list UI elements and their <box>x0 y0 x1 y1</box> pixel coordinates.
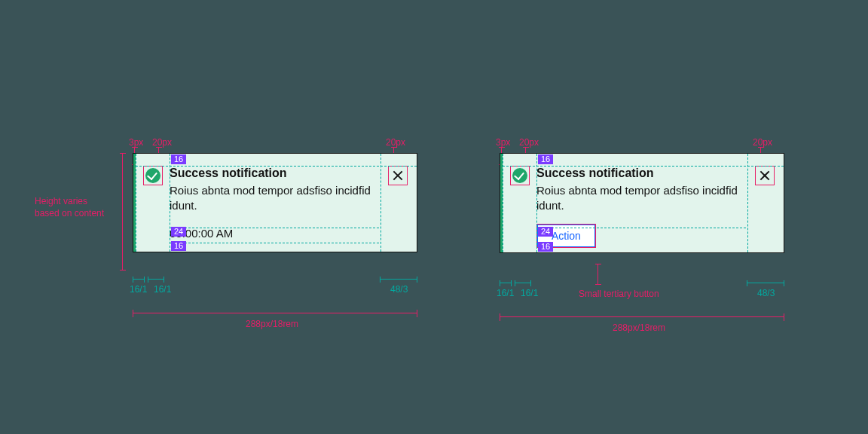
spacing-chip-mid: 24 <box>538 227 553 237</box>
annotation-width: 288px/18rem <box>613 322 665 333</box>
annotation-pad-accent: 16/1 <box>497 288 514 298</box>
close-spec-box <box>388 166 408 185</box>
guide-v3 <box>381 154 381 252</box>
guide-h-top <box>136 166 417 167</box>
guide-v1 <box>503 154 503 252</box>
content-column: Success notification Roius abnta mod tem… <box>170 154 379 252</box>
guide-v2 <box>536 154 537 252</box>
spacing-chip-bottom: 16 <box>171 241 186 251</box>
close-icon[interactable] <box>390 168 405 183</box>
annotation-close-size: 20px <box>386 137 405 148</box>
icon-column <box>136 154 170 252</box>
annotation-width: 288px/18rem <box>246 319 298 329</box>
icon-spec-box <box>510 166 530 185</box>
spacing-chip-bottom: 16 <box>538 242 553 252</box>
icon-spec-box <box>143 166 163 185</box>
close-column <box>746 154 784 252</box>
check-circle-icon <box>145 168 160 183</box>
measure-close <box>747 283 784 283</box>
leader-tertiary <box>598 264 598 285</box>
guide-h-mid <box>536 228 746 228</box>
notification-description: Roius abnta mod tempor adsfiso incidfid … <box>536 183 746 214</box>
annotation-pad-close: 48/3 <box>757 288 775 298</box>
measure-accent <box>500 283 512 283</box>
annotation-pad-icon: 16/1 <box>154 284 171 295</box>
annotation-icon-size: 20px <box>519 137 539 148</box>
annotation-icon-size: 20px <box>152 137 172 148</box>
guide-v2 <box>170 154 170 252</box>
close-icon[interactable] <box>757 168 772 183</box>
annotation-accent-width: 3px <box>496 137 510 148</box>
notification-description: Roius abnta mod tempor adsfiso incidfid … <box>170 183 379 214</box>
notification-card: Success notification Roius abnta mod tem… <box>133 153 417 252</box>
notification-title: Success notification <box>170 166 379 182</box>
left-variant: 3px 20px 20px Height varies based on con… <box>133 124 442 305</box>
guide-h-top <box>503 166 784 167</box>
notification-card: Success notification Roius abnta mod tem… <box>500 153 784 253</box>
guide-v3 <box>747 154 748 252</box>
height-note-l2: based on content <box>35 208 125 220</box>
spec-diagram: 3px 20px 20px Height varies based on con… <box>0 0 868 434</box>
annotation-accent-width: 3px <box>129 137 143 148</box>
annotation-pad-accent: 16/1 <box>130 284 147 295</box>
height-note-l1: Height varies <box>35 196 125 208</box>
spacing-chip-top: 16 <box>538 154 553 164</box>
measure-icon <box>148 279 164 280</box>
icon-column <box>503 154 536 252</box>
measure-accent <box>133 279 145 280</box>
right-variant: 3px 20px 20px Success notification Roius… <box>500 124 808 305</box>
spacing-chip-mid: 24 <box>171 227 186 237</box>
measure-close <box>380 279 417 280</box>
spacing-chip-top: 16 <box>171 154 186 164</box>
close-spec-box <box>755 166 775 185</box>
width-measure <box>133 313 417 313</box>
notification-title: Success notification <box>536 166 746 182</box>
content-column: Success notification Roius abnta mod tem… <box>536 154 746 252</box>
width-measure <box>500 316 784 317</box>
annotation-tertiary: Small tertiary button <box>579 289 659 299</box>
guide-h-ts <box>170 243 379 243</box>
notification-timestamp: 00:00:00 AM <box>170 227 379 240</box>
close-column <box>379 154 417 252</box>
measure-icon <box>515 283 531 283</box>
guide-v1 <box>136 154 136 252</box>
annotation-pad-icon: 16/1 <box>521 288 538 298</box>
guide-h-mid <box>170 228 379 228</box>
check-circle-icon <box>512 168 527 183</box>
height-note: Height varies based on content <box>35 196 125 219</box>
annotation-pad-close: 48/3 <box>390 284 408 295</box>
annotation-close-size: 20px <box>753 137 772 148</box>
